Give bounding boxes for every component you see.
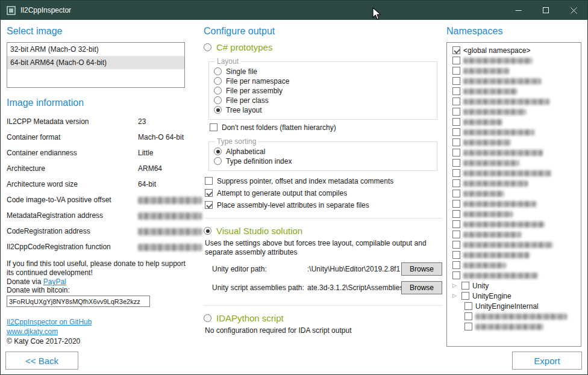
bitcoin-address-input[interactable]: [7, 296, 150, 307]
namespace-item[interactable]: [447, 260, 581, 270]
browse-editor-button[interactable]: Browse: [401, 262, 442, 276]
namespace-checkbox[interactable]: [452, 57, 460, 64]
namespace-item[interactable]: [447, 137, 581, 147]
namespace-item[interactable]: [447, 158, 581, 168]
output-checkbox[interactable]: [205, 177, 213, 185]
type-sorting-radio[interactable]: [214, 147, 222, 155]
layout-option[interactable]: File per class: [214, 96, 432, 105]
namespace-item[interactable]: <global namespace>: [447, 45, 581, 55]
namespace-checkbox[interactable]: [452, 77, 460, 85]
namespace-item[interactable]: [447, 321, 581, 332]
namespace-checkbox[interactable]: [452, 251, 460, 259]
namespace-checkbox[interactable]: [452, 241, 460, 249]
type-sorting-option[interactable]: Type definition index: [214, 157, 432, 166]
type-sorting-option[interactable]: Alphabetical: [214, 147, 432, 156]
namespace-item[interactable]: [447, 209, 581, 219]
namespace-checkbox[interactable]: [464, 302, 472, 310]
namespace-item[interactable]: ▷UnityEngine: [447, 291, 581, 301]
namespace-checkbox[interactable]: [452, 261, 460, 269]
namespace-item[interactable]: [447, 240, 581, 250]
visual-studio-radio[interactable]: [204, 227, 211, 235]
namespace-item[interactable]: [447, 76, 581, 86]
namespace-item[interactable]: [447, 117, 581, 127]
namespace-item[interactable]: [447, 178, 581, 188]
namespace-item[interactable]: [447, 86, 581, 96]
layout-radio[interactable]: [214, 77, 222, 85]
close-button[interactable]: [560, 1, 587, 20]
namespace-item[interactable]: [447, 199, 581, 209]
title-bar[interactable]: Il2CppInspector: [1, 1, 587, 20]
namespace-checkbox[interactable]: [452, 149, 460, 157]
visual-studio-option[interactable]: Visual Studio solution: [204, 226, 442, 236]
namespace-checkbox[interactable]: [452, 138, 460, 146]
namespace-checkbox[interactable]: [452, 87, 460, 95]
maximize-button[interactable]: [532, 1, 560, 20]
namespace-checkbox[interactable]: [452, 271, 460, 279]
output-option[interactable]: Place assembly-level attributes in separ…: [205, 200, 442, 210]
image-list-item[interactable]: 32-bit ARM (Mach-O 32-bit): [7, 43, 184, 56]
browse-assemblies-button[interactable]: Browse: [401, 281, 442, 294]
namespace-checkbox[interactable]: [464, 323, 472, 330]
layout-radio[interactable]: [214, 87, 222, 95]
layout-radio[interactable]: [214, 67, 222, 75]
unity-editor-path-value[interactable]: :\Unity\Hub\Editor\2019.2.8f1: [307, 265, 401, 273]
namespace-checkbox[interactable]: [452, 210, 460, 218]
namespace-item[interactable]: [447, 229, 581, 240]
website-link[interactable]: www.djkaty.com: [7, 327, 58, 336]
layout-radio[interactable]: [214, 96, 222, 104]
output-option[interactable]: Suppress pointer, offset and index metad…: [205, 176, 442, 186]
expander-icon[interactable]: ▷: [452, 280, 458, 291]
namespace-checkbox[interactable]: [461, 292, 469, 300]
minimize-button[interactable]: [504, 1, 532, 20]
namespace-item[interactable]: [447, 107, 581, 117]
namespace-checkbox[interactable]: [452, 220, 460, 228]
namespace-checkbox[interactable]: [452, 179, 460, 187]
type-sorting-radio[interactable]: [214, 157, 222, 165]
namespace-checkbox[interactable]: [464, 312, 472, 320]
namespace-checkbox[interactable]: [452, 159, 460, 167]
namespace-item[interactable]: [447, 311, 581, 321]
output-checkbox[interactable]: [205, 201, 213, 209]
namespace-item[interactable]: [447, 219, 581, 229]
namespace-checkbox[interactable]: [452, 46, 460, 54]
namespace-item[interactable]: UnityEngineInternal: [447, 301, 581, 311]
namespace-item[interactable]: [447, 66, 581, 76]
csharp-prototypes-radio[interactable]: [204, 43, 211, 51]
namespace-checkbox[interactable]: [452, 169, 460, 177]
namespace-item[interactable]: [447, 168, 581, 178]
namespace-item[interactable]: [447, 147, 581, 158]
back-button[interactable]: << Back: [5, 352, 78, 370]
flatten-option[interactable]: Don't nest folders (flatten hierarchy): [210, 122, 442, 132]
namespace-checkbox[interactable]: [452, 108, 460, 116]
expander-icon[interactable]: ▷: [452, 291, 458, 301]
unity-assemblies-path-value[interactable]: ate.3d-3.1.2\ScriptAssemblies: [307, 284, 401, 292]
layout-option[interactable]: File per namespace: [214, 76, 432, 85]
namespace-checkbox[interactable]: [452, 67, 460, 75]
flatten-checkbox[interactable]: [210, 123, 217, 131]
output-option[interactable]: Attempt to generate output that compiles: [205, 188, 442, 198]
namespaces-list[interactable]: <global namespace>▷Unity▷UnityEngineUnit…: [446, 42, 581, 347]
namespace-item[interactable]: [447, 188, 581, 199]
namespace-checkbox[interactable]: [461, 282, 469, 290]
namespace-checkbox[interactable]: [452, 128, 460, 136]
namespace-checkbox[interactable]: [452, 200, 460, 208]
namespace-checkbox[interactable]: [452, 98, 460, 105]
idapython-option[interactable]: IDAPython script: [204, 313, 442, 323]
namespace-checkbox[interactable]: [452, 118, 460, 126]
namespace-item[interactable]: [447, 250, 581, 260]
image-list[interactable]: 32-bit ARM (Mach-O 32-bit)64-bit ARM64 (…: [7, 42, 185, 88]
layout-option[interactable]: File per assembly: [214, 86, 432, 95]
layout-radio[interactable]: [214, 106, 222, 114]
idapython-radio[interactable]: [204, 314, 211, 322]
namespace-item[interactable]: [447, 55, 581, 66]
namespace-item[interactable]: [447, 96, 581, 107]
namespace-checkbox[interactable]: [452, 190, 460, 197]
csharp-prototypes-option[interactable]: C# prototypes: [204, 42, 442, 52]
layout-option[interactable]: Single file: [214, 67, 432, 76]
layout-option[interactable]: Tree layout: [214, 105, 432, 114]
output-checkbox[interactable]: [205, 189, 213, 197]
namespace-item[interactable]: [447, 127, 581, 137]
export-button[interactable]: Export: [512, 352, 582, 370]
namespace-checkbox[interactable]: [452, 231, 460, 238]
image-list-item[interactable]: 64-bit ARM64 (Mach-O 64-bit): [7, 56, 184, 69]
